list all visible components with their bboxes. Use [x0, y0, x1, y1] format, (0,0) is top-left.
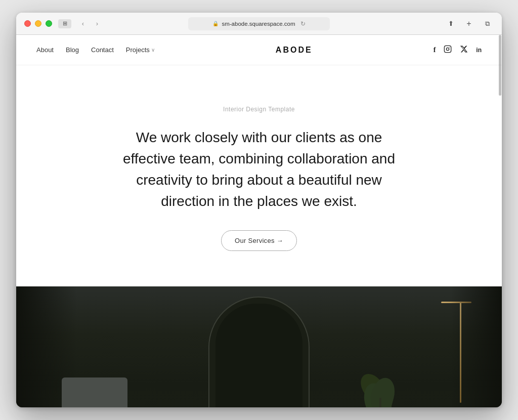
- linkedin-icon[interactable]: in: [476, 47, 482, 54]
- hero-headline: We work closely with our clients as one …: [117, 127, 401, 212]
- chevron-down-icon: ∨: [151, 47, 155, 53]
- refresh-icon[interactable]: ↻: [300, 20, 306, 27]
- hero-subtitle: Interior Design Template: [223, 106, 295, 113]
- duplicate-button[interactable]: ⧉: [481, 19, 494, 28]
- hero-section: Interior Design Template We work closely…: [16, 65, 502, 286]
- chair: [47, 362, 148, 407]
- mac-window: ⊞ ‹ › 🔒 sm-abode.squarespace.com ↻ ⬆ + ⧉: [16, 13, 502, 407]
- back-button[interactable]: ‹: [76, 19, 90, 28]
- browser-content: About Blog Contact Projects ∨ ABODE f: [16, 35, 502, 407]
- dark-section-inner: [16, 286, 502, 407]
- site-logo[interactable]: ABODE: [276, 46, 313, 55]
- twitter-icon[interactable]: [460, 45, 468, 55]
- plant: [360, 367, 401, 407]
- nav-left: About Blog Contact Projects ∨: [36, 46, 155, 54]
- scrollbar-thumb[interactable]: [499, 35, 501, 96]
- lock-icon: 🔒: [212, 21, 219, 26]
- title-bar-right: ⬆ + ⧉: [444, 19, 494, 28]
- plant-stem: [379, 398, 381, 407]
- new-tab-button[interactable]: +: [462, 19, 476, 28]
- minimize-button[interactable]: [35, 20, 41, 27]
- title-bar: ⊞ ‹ › 🔒 sm-abode.squarespace.com ↻ ⬆ + ⧉: [16, 13, 502, 35]
- nav-blog[interactable]: Blog: [66, 46, 79, 54]
- share-button[interactable]: ⬆: [444, 19, 457, 28]
- fullscreen-button[interactable]: [46, 20, 52, 27]
- browser-controls: ⊞ ‹ ›: [58, 19, 104, 28]
- forward-button[interactable]: ›: [91, 19, 104, 28]
- nav-projects-label: Projects: [126, 46, 150, 54]
- right-shadow: [451, 286, 502, 407]
- url-text: sm-abode.squarespace.com: [222, 21, 295, 27]
- sidebar-toggle[interactable]: ⊞: [58, 19, 71, 28]
- website: About Blog Contact Projects ∨ ABODE f: [16, 35, 502, 407]
- nav-about[interactable]: About: [36, 46, 54, 54]
- cta-button[interactable]: Our Services →: [221, 230, 297, 251]
- site-nav: About Blog Contact Projects ∨ ABODE f: [16, 35, 502, 65]
- chair-back: [62, 377, 127, 407]
- svg-point-2: [449, 47, 450, 48]
- address-bar[interactable]: 🔒 sm-abode.squarespace.com ↻: [188, 17, 330, 30]
- nav-center: ABODE: [155, 46, 434, 55]
- dark-image-section: [16, 286, 502, 407]
- instagram-icon[interactable]: [444, 45, 452, 55]
- facebook-icon[interactable]: f: [434, 46, 436, 54]
- svg-rect-0: [445, 46, 451, 52]
- nav-right: f in: [434, 45, 482, 55]
- nav-projects[interactable]: Projects ∨: [126, 46, 155, 54]
- scrollbar[interactable]: [498, 35, 502, 407]
- nav-buttons: ‹ ›: [76, 19, 104, 28]
- traffic-lights: [24, 20, 52, 27]
- nav-contact[interactable]: Contact: [91, 46, 114, 54]
- arch-mirror: [208, 297, 310, 407]
- arch-inner: [215, 304, 303, 407]
- svg-point-1: [447, 48, 449, 50]
- close-button[interactable]: [24, 20, 31, 27]
